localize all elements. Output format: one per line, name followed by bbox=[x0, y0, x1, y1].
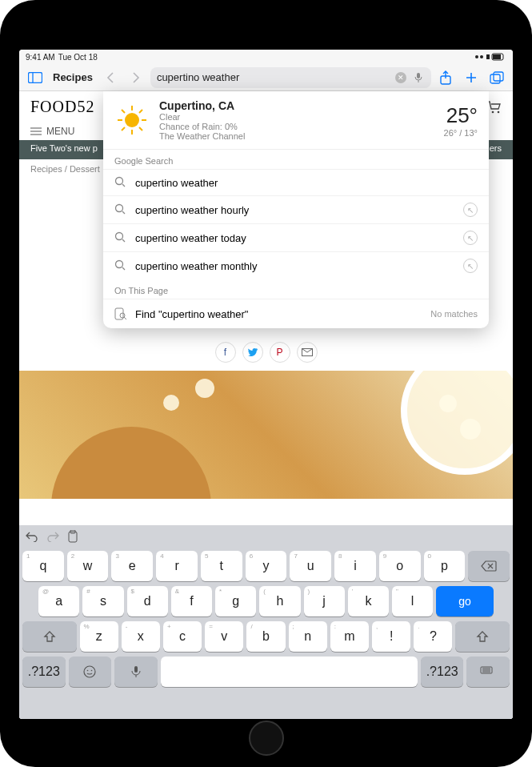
key-d[interactable]: $d bbox=[127, 586, 168, 616]
key-t[interactable]: 5t bbox=[201, 551, 242, 581]
cart-icon[interactable] bbox=[487, 101, 502, 114]
key-shift-right[interactable] bbox=[455, 621, 510, 652]
voice-input-icon[interactable] bbox=[412, 71, 425, 84]
forward-button[interactable] bbox=[125, 66, 147, 89]
svg-line-32 bbox=[122, 211, 125, 214]
home-button[interactable] bbox=[249, 721, 284, 756]
autocomplete-arrow-icon[interactable]: ↖ bbox=[463, 231, 478, 245]
key-dictate[interactable] bbox=[114, 657, 158, 687]
site-logo[interactable]: FOOD52 bbox=[30, 98, 94, 116]
svg-rect-4 bbox=[493, 54, 501, 59]
key-go[interactable]: go bbox=[436, 586, 494, 616]
key-f[interactable]: &f bbox=[171, 586, 212, 616]
key-v[interactable]: =v bbox=[205, 621, 243, 652]
weather-source: The Weather Channel bbox=[159, 131, 434, 141]
find-on-page-row[interactable]: Find "cupertino weather" No matches bbox=[103, 299, 489, 328]
svg-line-30 bbox=[122, 184, 125, 187]
suggestion-text: cupertino weather monthly bbox=[135, 260, 257, 272]
svg-line-27 bbox=[139, 110, 142, 113]
svg-rect-45 bbox=[134, 666, 138, 673]
key-space[interactable] bbox=[161, 657, 418, 687]
active-tab-label: Recipes bbox=[50, 71, 96, 83]
new-tab-button[interactable] bbox=[460, 66, 482, 89]
key-shift-left[interactable] bbox=[22, 621, 77, 652]
svg-point-35 bbox=[116, 261, 123, 268]
key-k[interactable]: 'k bbox=[348, 586, 389, 616]
suggestion-row[interactable]: cupertino weather today↖ bbox=[103, 223, 489, 251]
svg-line-25 bbox=[122, 110, 125, 113]
key-![interactable]: ,! bbox=[372, 621, 410, 652]
key-u[interactable]: 7u bbox=[290, 551, 331, 581]
sidebar-toggle-icon[interactable] bbox=[24, 66, 46, 89]
clear-input-icon[interactable]: ✕ bbox=[394, 71, 407, 84]
key-b[interactable]: /b bbox=[246, 621, 285, 652]
twitter-icon[interactable] bbox=[242, 342, 263, 363]
key-j[interactable]: )j bbox=[304, 586, 345, 616]
tabs-button[interactable] bbox=[486, 66, 508, 89]
status-bar: 9:41 AM Tue Oct 18 bbox=[19, 50, 513, 64]
key-h[interactable]: (h bbox=[259, 586, 300, 616]
key-?[interactable]: .? bbox=[414, 621, 452, 652]
address-bar[interactable]: ✕ bbox=[150, 67, 431, 88]
back-button[interactable] bbox=[99, 66, 122, 89]
key-w[interactable]: 2w bbox=[67, 551, 109, 581]
suggestion-row[interactable]: cupertino weather hourly↖ bbox=[103, 195, 489, 223]
key-q[interactable]: 1q bbox=[22, 551, 64, 581]
key-g[interactable]: *g bbox=[215, 586, 256, 616]
suggestion-row[interactable]: cupertino weather bbox=[103, 169, 489, 195]
weather-card[interactable]: Cupertino, CA Clear Chance of Rain: 0% T… bbox=[103, 91, 489, 150]
suggestions-section-page: On This Page bbox=[103, 279, 489, 299]
key-c[interactable]: +c bbox=[163, 621, 202, 652]
weather-condition: Clear bbox=[159, 112, 434, 122]
key-s[interactable]: #s bbox=[82, 586, 123, 616]
email-icon[interactable] bbox=[297, 342, 318, 363]
redo-icon[interactable] bbox=[46, 531, 59, 542]
svg-line-36 bbox=[122, 267, 125, 270]
svg-point-42 bbox=[84, 666, 95, 677]
suggestions-section-google: Google Search bbox=[103, 150, 489, 169]
key-a[interactable]: @a bbox=[38, 586, 79, 616]
key-emoji[interactable] bbox=[69, 657, 112, 687]
key-x[interactable]: -x bbox=[122, 621, 160, 652]
status-date: Tue Oct 18 bbox=[58, 53, 98, 62]
key-r[interactable]: 4r bbox=[156, 551, 198, 581]
facebook-icon[interactable]: f bbox=[215, 342, 236, 363]
undo-icon[interactable] bbox=[26, 531, 38, 542]
menu-label[interactable]: MENU bbox=[46, 126, 74, 137]
autocomplete-arrow-icon[interactable]: ↖ bbox=[463, 259, 478, 273]
key-z[interactable]: %z bbox=[80, 621, 118, 652]
svg-point-29 bbox=[116, 178, 123, 185]
svg-line-39 bbox=[124, 317, 126, 319]
key-o[interactable]: 9o bbox=[379, 551, 421, 581]
key-y[interactable]: 6y bbox=[246, 551, 287, 581]
hamburger-icon[interactable] bbox=[30, 127, 42, 135]
key-n[interactable]: ;n bbox=[289, 621, 327, 652]
key-m[interactable]: :m bbox=[330, 621, 369, 652]
key-numbers[interactable]: .?123 bbox=[22, 657, 66, 687]
svg-point-1 bbox=[480, 55, 483, 58]
suggestion-row[interactable]: cupertino weather monthly↖ bbox=[103, 251, 489, 279]
status-time: 9:41 AM bbox=[26, 53, 55, 62]
key-i[interactable]: 8i bbox=[334, 551, 376, 581]
clipboard-icon[interactable] bbox=[67, 530, 78, 543]
key-backspace[interactable] bbox=[468, 551, 510, 581]
svg-point-0 bbox=[475, 55, 478, 58]
svg-point-33 bbox=[116, 233, 123, 240]
pinterest-icon[interactable]: P bbox=[270, 342, 290, 363]
svg-rect-5 bbox=[29, 72, 42, 82]
key-e[interactable]: 3e bbox=[111, 551, 153, 581]
suggestion-text: cupertino weather bbox=[135, 177, 218, 189]
weather-temp: 25° bbox=[444, 103, 478, 128]
key-dismiss[interactable] bbox=[466, 657, 510, 687]
autocomplete-arrow-icon[interactable]: ↖ bbox=[463, 203, 478, 217]
svg-point-31 bbox=[116, 205, 123, 212]
svg-line-26 bbox=[139, 127, 142, 131]
key-l[interactable]: "l bbox=[392, 586, 433, 616]
svg-point-15 bbox=[498, 110, 500, 113]
share-button[interactable] bbox=[434, 66, 457, 89]
key-p[interactable]: 0p bbox=[424, 551, 466, 581]
key-numbers-right[interactable]: .?123 bbox=[421, 657, 464, 687]
search-icon bbox=[114, 259, 127, 272]
address-input[interactable] bbox=[157, 71, 390, 83]
suggestion-text: cupertino weather today bbox=[135, 232, 246, 244]
